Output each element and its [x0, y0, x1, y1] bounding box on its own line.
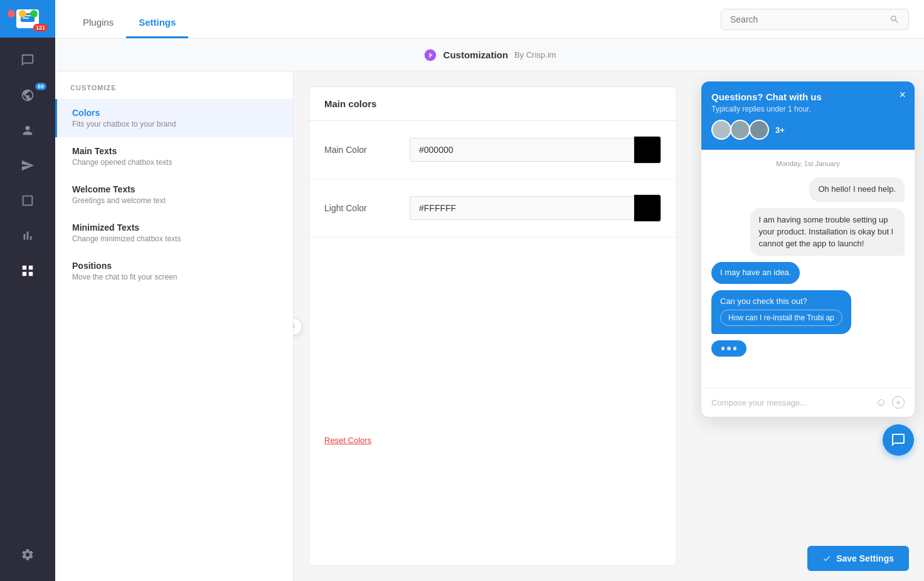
- chat-header: × Questions? Chat with us Typically repl…: [701, 81, 915, 150]
- customize-item-positions-desc: Move the chat to fit your screen: [72, 273, 278, 281]
- avatar-count: 3+: [775, 125, 785, 135]
- chat-message-3: I may have an idea.: [711, 262, 905, 284]
- colors-card: Main colors Main Color Light Color: [309, 86, 677, 566]
- customize-item-welcome-texts-desc: Greetings and welcome text: [72, 196, 278, 205]
- colors-card-header: Main colors: [309, 87, 676, 121]
- chat-message-4: Can you check this out? How can I re-ins…: [711, 290, 905, 334]
- avatar-3: [749, 120, 769, 140]
- typing-dot-2: [727, 347, 730, 350]
- sidebar-item-settings[interactable]: [0, 538, 55, 571]
- main-color-swatch[interactable]: [634, 136, 661, 164]
- search-input[interactable]: [730, 14, 884, 24]
- emoji-icon[interactable]: ☺: [876, 396, 887, 409]
- right-panel: × Questions? Chat with us Typically repl…: [692, 71, 924, 581]
- chat-widget: × Questions? Chat with us Typically repl…: [701, 81, 915, 417]
- traffic-light-red[interactable]: [8, 10, 15, 18]
- sidebar-item-globe[interactable]: 69: [0, 79, 55, 112]
- customize-menu: Colors Fits your chatbox to your brand M…: [55, 99, 293, 290]
- chat-link[interactable]: How can I re-install the Trubi ap: [720, 310, 842, 326]
- traffic-lights: [8, 10, 38, 18]
- chat-message-2: I am having some trouble setting up your…: [711, 208, 905, 256]
- chat-input-icons: ☺ +: [876, 396, 905, 409]
- sidebar-item-user[interactable]: [0, 114, 55, 147]
- main-color-input-wrap: [410, 136, 661, 164]
- sidebar-logo[interactable]: 121: [0, 0, 55, 38]
- logo-badge: 121: [33, 24, 48, 31]
- chat-icon: [21, 53, 35, 67]
- subheader-by: By Crisp.im: [514, 50, 556, 60]
- customize-item-minimized-texts-desc: Change minimized chatbox texts: [72, 234, 278, 243]
- light-color-row: Light Color: [309, 179, 676, 238]
- chat-close-button[interactable]: ×: [899, 89, 906, 100]
- chat-bubble-link: Can you check this out? How can I re-ins…: [711, 290, 851, 334]
- save-settings-button[interactable]: Save Settings: [807, 546, 909, 571]
- customize-item-minimized-texts-title: Minimized Texts: [72, 222, 278, 233]
- customize-item-main-texts[interactable]: Main Texts Change opened chatbox texts: [55, 137, 293, 175]
- search-icon: [889, 14, 900, 24]
- main-color-label: Main Color: [324, 145, 400, 155]
- customize-item-main-texts-desc: Change opened chatbox texts: [72, 158, 278, 167]
- chat-messages: Monday, 1st January Oh hello! I need hel…: [701, 150, 915, 388]
- light-color-input-wrap: [410, 194, 661, 222]
- user-icon: [21, 123, 35, 137]
- light-color-label: Light Color: [324, 203, 400, 213]
- chat-bubble-sent-1: I may have an idea.: [711, 262, 800, 284]
- customize-item-main-texts-title: Main Texts: [72, 146, 278, 156]
- chat-fab-button[interactable]: [883, 424, 914, 456]
- svg-rect-2: [23, 18, 29, 19]
- sidebar-bottom: [0, 538, 55, 581]
- light-color-input[interactable]: [410, 196, 634, 220]
- typing-dot-3: [733, 347, 736, 350]
- content-area: CUSTOMIZE Colors Fits your chatbox to yo…: [55, 71, 924, 581]
- chat-fab-icon: [891, 432, 906, 448]
- tab-plugins[interactable]: Plugins: [70, 0, 126, 38]
- chat-header-title: Questions? Chat with us: [711, 92, 905, 102]
- customize-item-colors[interactable]: Colors Fits your chatbox to your brand: [55, 99, 293, 137]
- globe-icon: [21, 88, 35, 102]
- main-color-row: Main Color: [309, 121, 676, 179]
- main-color-input[interactable]: [410, 138, 634, 162]
- chat-compose-placeholder: Compose your message...: [711, 398, 869, 407]
- sidebar: 121 69: [0, 0, 55, 581]
- customize-item-minimized-texts[interactable]: Minimized Texts Change minimized chatbox…: [55, 214, 293, 252]
- tab-settings[interactable]: Settings: [126, 0, 188, 38]
- customize-item-welcome-texts[interactable]: Welcome Texts Greetings and welcome text: [55, 175, 293, 214]
- subheader-title: Customization: [443, 50, 508, 60]
- chat-header-subtitle: Typically replies under 1 hour.: [711, 105, 905, 113]
- chat-typing-bubble: [711, 340, 746, 357]
- main-panel: Main colors Main Color Light Color: [294, 71, 692, 581]
- chat-bubble-received-1: Oh hello! I need help.: [809, 177, 905, 202]
- avatar-2: [730, 120, 750, 140]
- chart-icon: [21, 229, 35, 243]
- customize-item-colors-desc: Fits your chatbox to your brand: [72, 120, 278, 128]
- grid-icon: [21, 264, 35, 278]
- sidebar-navigation: 69: [0, 38, 55, 538]
- sidebar-item-chart[interactable]: [0, 219, 55, 252]
- customize-item-positions[interactable]: Positions Move the chat to fit your scre…: [55, 252, 293, 290]
- chat-header-avatars: 3+: [711, 120, 905, 140]
- save-bar: Save Settings: [792, 536, 924, 581]
- traffic-light-green[interactable]: [30, 10, 38, 18]
- customize-item-positions-title: Positions: [72, 261, 278, 271]
- sidebar-item-grid[interactable]: [0, 254, 55, 287]
- traffic-light-yellow[interactable]: [19, 10, 26, 18]
- collapse-button[interactable]: [294, 318, 302, 335]
- chat-message-1: Oh hello! I need help.: [711, 177, 905, 202]
- light-color-swatch[interactable]: [634, 194, 661, 222]
- customize-item-welcome-texts-title: Welcome Texts: [72, 184, 278, 194]
- topbar: Plugins Settings: [55, 0, 924, 39]
- plus-icon[interactable]: +: [892, 396, 905, 409]
- typing-dot-1: [721, 347, 725, 350]
- customize-icon: [423, 48, 437, 62]
- sidebar-item-chat[interactable]: [0, 44, 55, 76]
- customize-item-colors-title: Colors: [72, 108, 278, 118]
- avatar-1: [711, 120, 731, 140]
- settings-icon: [21, 548, 35, 562]
- globe-badge: 69: [35, 83, 46, 90]
- search-box[interactable]: [721, 9, 909, 30]
- reset-colors-link[interactable]: Reset Colors: [309, 426, 676, 455]
- sidebar-item-paper-plane[interactable]: [0, 149, 55, 182]
- check-icon: [822, 554, 831, 563]
- box-icon: [21, 194, 35, 207]
- sidebar-item-box[interactable]: [0, 184, 55, 217]
